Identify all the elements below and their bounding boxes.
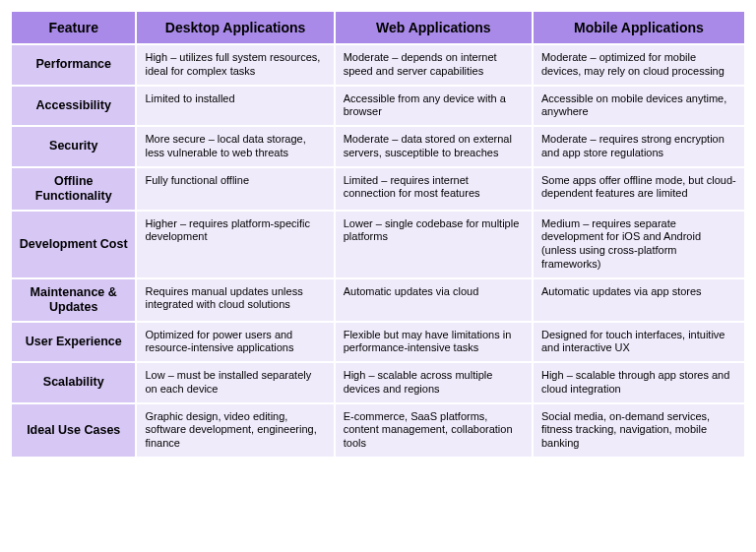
desktop-cell: Optimized for power users and resource-i… bbox=[137, 323, 333, 362]
mobile-cell: Automatic updates via app stores bbox=[534, 279, 744, 321]
mobile-cell: Some apps offer offline mode, but cloud-… bbox=[534, 168, 744, 210]
mobile-cell: Social media, on-demand services, fitnes… bbox=[534, 404, 744, 457]
web-cell: Flexible but may have limitations in per… bbox=[336, 323, 532, 362]
feature-label: Ideal Use Cases bbox=[12, 404, 135, 457]
web-cell: E-commerce, SaaS platforms, content mana… bbox=[336, 404, 532, 457]
web-cell: Automatic updates via cloud bbox=[336, 279, 532, 321]
table-row: Maintenance & Updates Requires manual up… bbox=[12, 279, 744, 321]
desktop-cell: Graphic design, video editing, software … bbox=[137, 404, 333, 457]
table-row: Accessibility Limited to installed Acces… bbox=[12, 87, 744, 126]
feature-label: Performance bbox=[12, 45, 135, 85]
feature-label: Security bbox=[12, 127, 135, 166]
table-row: User Experience Optimized for power user… bbox=[12, 323, 744, 362]
web-cell: Moderate – data stored on external serve… bbox=[336, 127, 532, 166]
table-row: Scalability Low – must be installed sepa… bbox=[12, 363, 744, 402]
desktop-cell: Higher – requires platform-specific deve… bbox=[137, 212, 333, 277]
web-cell: Limited – requires internet connection f… bbox=[336, 168, 532, 210]
feature-label: Accessibility bbox=[12, 87, 135, 126]
mobile-cell: Designed for touch interfaces, intuitive… bbox=[534, 323, 744, 362]
desktop-cell: More secure – local data storage, less v… bbox=[137, 127, 333, 166]
mobile-cell: High – scalable through app stores and c… bbox=[534, 363, 744, 402]
mobile-cell: Medium – requires separate development f… bbox=[534, 212, 744, 277]
feature-label: Scalability bbox=[12, 363, 135, 402]
desktop-cell: Low – must be installed separately on ea… bbox=[137, 363, 333, 402]
comparison-table: Feature Desktop Applications Web Applica… bbox=[10, 10, 746, 459]
table-row: Performance High – utilizes full system … bbox=[12, 45, 744, 85]
feature-label: Development Cost bbox=[12, 212, 135, 277]
table-body: Performance High – utilizes full system … bbox=[12, 45, 744, 457]
header-web: Web Applications bbox=[336, 12, 532, 43]
feature-label: User Experience bbox=[12, 323, 135, 362]
header-mobile: Mobile Applications bbox=[534, 12, 744, 43]
web-cell: Moderate – depends on internet speed and… bbox=[336, 45, 532, 85]
desktop-cell: Limited to installed bbox=[137, 87, 333, 126]
web-cell: Lower – single codebase for multiple pla… bbox=[336, 212, 532, 277]
table-row: Offline Functionality Fully functional o… bbox=[12, 168, 744, 210]
desktop-cell: High – utilizes full system resources, i… bbox=[137, 45, 333, 85]
feature-label: Maintenance & Updates bbox=[12, 279, 135, 321]
table-row: Development Cost Higher – requires platf… bbox=[12, 212, 744, 277]
header-feature: Feature bbox=[12, 12, 135, 43]
web-cell: Accessible from any device with a browse… bbox=[336, 87, 532, 126]
header-row: Feature Desktop Applications Web Applica… bbox=[12, 12, 744, 43]
mobile-cell: Accessible on mobile devices anytime, an… bbox=[534, 87, 744, 126]
web-cell: High – scalable across multiple devices … bbox=[336, 363, 532, 402]
table-row: Ideal Use Cases Graphic design, video ed… bbox=[12, 404, 744, 457]
desktop-cell: Requires manual updates unless integrate… bbox=[137, 279, 333, 321]
table-row: Security More secure – local data storag… bbox=[12, 127, 744, 166]
feature-label: Offline Functionality bbox=[12, 168, 135, 210]
mobile-cell: Moderate – optimized for mobile devices,… bbox=[534, 45, 744, 85]
desktop-cell: Fully functional offline bbox=[137, 168, 333, 210]
header-desktop: Desktop Applications bbox=[137, 12, 333, 43]
mobile-cell: Moderate – requires strong encryption an… bbox=[534, 127, 744, 166]
